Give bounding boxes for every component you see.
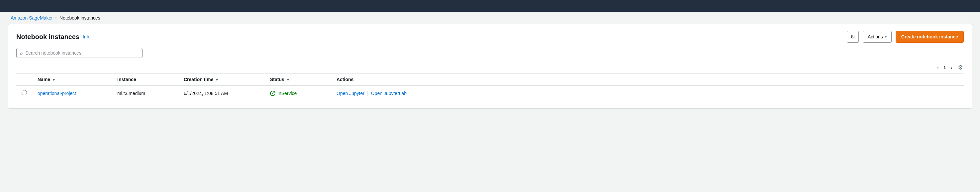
col-status-label: Status	[270, 77, 284, 82]
settings-icon: ⚙	[958, 64, 963, 71]
sort-icon-status: ▾	[287, 78, 289, 82]
pagination-current-page: 1	[943, 65, 946, 70]
chevron-right-icon: ›	[951, 65, 953, 70]
col-actions-label: Actions	[337, 77, 353, 82]
chevron-down-icon: ▾	[885, 35, 887, 39]
breadcrumb-current: Notebook instances	[59, 15, 100, 20]
col-header-creation-time[interactable]: Creation time ▾	[178, 74, 265, 86]
actions-label: Actions	[868, 34, 883, 39]
header-right: ↻ Actions ▾ Create notebook instance	[847, 31, 964, 43]
status-check-icon: ✓	[270, 91, 275, 96]
col-instance-label: Instance	[117, 77, 136, 82]
status-badge: InService	[277, 91, 297, 96]
breadcrumb: Amazon SageMaker › Notebook instances	[0, 12, 980, 24]
pagination-prev-button[interactable]: ‹	[935, 64, 941, 71]
instance-type: ml.t3.medium	[112, 86, 178, 100]
top-bar	[0, 0, 980, 12]
status-cell: ✓InService	[265, 86, 331, 100]
create-notebook-button[interactable]: Create notebook instance	[896, 31, 964, 43]
breadcrumb-separator: ›	[56, 16, 57, 20]
main-content: Notebook instances Info ↻ Actions ▾ Crea…	[8, 24, 972, 109]
col-header-status[interactable]: Status ▾	[265, 74, 331, 86]
search-icon: ⌕	[20, 50, 22, 56]
actions-button[interactable]: Actions ▾	[863, 31, 892, 43]
col-header-actions: Actions	[331, 74, 964, 86]
info-link[interactable]: Info	[83, 34, 91, 39]
action-link-open-jupyterlab[interactable]: Open JupyterLab	[371, 91, 407, 96]
header-left: Notebook instances Info	[16, 33, 91, 41]
col-header-checkbox	[16, 74, 32, 86]
search-container: ⌕	[16, 48, 143, 58]
notebook-table: Name ▾ Instance Creation time ▾ Status ▾…	[16, 73, 964, 100]
pagination-next-button[interactable]: ›	[949, 64, 955, 71]
search-input[interactable]	[25, 50, 139, 56]
settings-icon-button[interactable]: ⚙	[957, 63, 964, 72]
table-row: operational-projectml.t3.medium6/1/2024,…	[16, 86, 964, 100]
sort-icon-name: ▾	[53, 78, 55, 82]
notebook-name-link[interactable]: operational-project	[38, 91, 76, 96]
page-title: Notebook instances	[16, 33, 80, 41]
action-link-open-jupyter[interactable]: Open Jupyter	[337, 91, 364, 96]
pagination-row: ‹ 1 › ⚙	[16, 63, 964, 72]
col-creation-label: Creation time	[184, 77, 213, 82]
action-link-divider: |	[367, 91, 368, 96]
refresh-button[interactable]: ↻	[847, 31, 859, 43]
header-row: Notebook instances Info ↻ Actions ▾ Crea…	[16, 31, 964, 43]
refresh-icon: ↻	[850, 34, 855, 40]
row-radio[interactable]	[22, 90, 27, 95]
sort-icon-creation: ▾	[216, 78, 218, 82]
breadcrumb-parent-link[interactable]: Amazon SageMaker	[11, 15, 53, 20]
search-row: ⌕	[16, 48, 964, 58]
table-header-row: Name ▾ Instance Creation time ▾ Status ▾…	[16, 74, 964, 86]
chevron-left-icon: ‹	[937, 65, 939, 70]
col-name-label: Name	[38, 77, 50, 82]
col-header-instance: Instance	[112, 74, 178, 86]
creation-time: 6/1/2024, 1:08:51 AM	[178, 86, 265, 100]
row-actions-cell: Open Jupyter|Open JupyterLab	[331, 86, 964, 100]
col-header-name[interactable]: Name ▾	[32, 74, 112, 86]
